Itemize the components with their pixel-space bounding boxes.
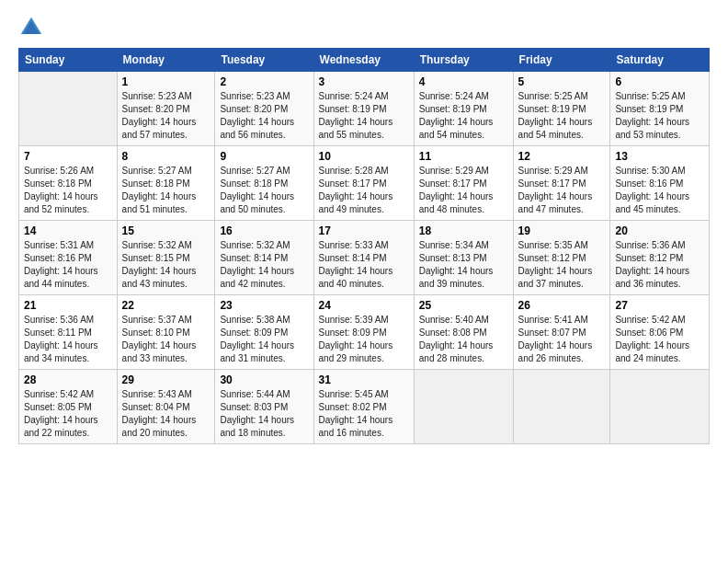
- day-content: Sunrise: 5:30 AM Sunset: 8:16 PM Dayligh…: [615, 165, 704, 216]
- calendar-cell: [513, 370, 610, 444]
- calendar-cell: 10Sunrise: 5:28 AM Sunset: 8:17 PM Dayli…: [313, 146, 414, 221]
- day-content: Sunrise: 5:39 AM Sunset: 8:09 PM Dayligh…: [319, 314, 409, 365]
- day-number: 10: [319, 150, 409, 163]
- calendar-cell: 19Sunrise: 5:35 AM Sunset: 8:12 PM Dayli…: [513, 221, 610, 295]
- header-wednesday: Wednesday: [313, 49, 414, 72]
- day-content: Sunrise: 5:41 AM Sunset: 8:07 PM Dayligh…: [518, 314, 606, 365]
- day-content: Sunrise: 5:24 AM Sunset: 8:19 PM Dayligh…: [319, 90, 409, 142]
- day-number: 13: [615, 150, 704, 163]
- header-sunday: Sunday: [19, 49, 118, 72]
- day-content: Sunrise: 5:24 AM Sunset: 8:19 PM Dayligh…: [419, 90, 508, 142]
- calendar-cell: 25Sunrise: 5:40 AM Sunset: 8:08 PM Dayli…: [414, 295, 513, 370]
- day-number: 24: [319, 299, 409, 312]
- day-number: 3: [319, 75, 409, 88]
- calendar-cell: 15Sunrise: 5:32 AM Sunset: 8:15 PM Dayli…: [117, 221, 215, 295]
- calendar-cell: 5Sunrise: 5:25 AM Sunset: 8:19 PM Daylig…: [513, 72, 610, 146]
- calendar-week-row: 21Sunrise: 5:36 AM Sunset: 8:11 PM Dayli…: [19, 295, 710, 370]
- day-number: 4: [419, 75, 508, 88]
- calendar-cell: [610, 370, 710, 444]
- day-number: 11: [419, 150, 508, 163]
- day-number: 29: [122, 373, 210, 386]
- calendar-cell: 29Sunrise: 5:43 AM Sunset: 8:04 PM Dayli…: [117, 370, 215, 444]
- page-header: [18, 15, 710, 40]
- calendar-cell: [414, 370, 513, 444]
- calendar-cell: 7Sunrise: 5:26 AM Sunset: 8:18 PM Daylig…: [19, 146, 118, 221]
- day-number: 27: [615, 299, 704, 312]
- header-friday: Friday: [513, 49, 610, 72]
- calendar-week-row: 1Sunrise: 5:23 AM Sunset: 8:20 PM Daylig…: [19, 72, 710, 146]
- day-content: Sunrise: 5:23 AM Sunset: 8:20 PM Dayligh…: [220, 90, 308, 142]
- calendar-header-row: SundayMondayTuesdayWednesdayThursdayFrid…: [19, 49, 710, 72]
- calendar-cell: 2Sunrise: 5:23 AM Sunset: 8:20 PM Daylig…: [215, 72, 313, 146]
- header-monday: Monday: [117, 49, 215, 72]
- day-number: 2: [220, 75, 308, 88]
- day-number: 31: [319, 373, 409, 386]
- day-content: Sunrise: 5:31 AM Sunset: 8:16 PM Dayligh…: [24, 239, 112, 291]
- calendar-cell: 6Sunrise: 5:25 AM Sunset: 8:19 PM Daylig…: [610, 72, 710, 146]
- header-thursday: Thursday: [414, 49, 513, 72]
- day-content: Sunrise: 5:25 AM Sunset: 8:19 PM Dayligh…: [615, 90, 704, 142]
- day-number: 14: [24, 224, 112, 237]
- calendar-cell: 9Sunrise: 5:27 AM Sunset: 8:18 PM Daylig…: [215, 146, 313, 221]
- day-number: 20: [615, 224, 704, 237]
- calendar-cell: 31Sunrise: 5:45 AM Sunset: 8:02 PM Dayli…: [313, 370, 414, 444]
- day-content: Sunrise: 5:43 AM Sunset: 8:04 PM Dayligh…: [122, 388, 210, 440]
- calendar-cell: 20Sunrise: 5:36 AM Sunset: 8:12 PM Dayli…: [610, 221, 710, 295]
- calendar-cell: 11Sunrise: 5:29 AM Sunset: 8:17 PM Dayli…: [414, 146, 513, 221]
- day-number: 22: [122, 299, 210, 312]
- day-content: Sunrise: 5:29 AM Sunset: 8:17 PM Dayligh…: [419, 165, 508, 216]
- header-tuesday: Tuesday: [215, 49, 313, 72]
- calendar-cell: 4Sunrise: 5:24 AM Sunset: 8:19 PM Daylig…: [414, 72, 513, 146]
- day-number: 26: [518, 299, 606, 312]
- day-number: 25: [419, 299, 508, 312]
- calendar-week-row: 14Sunrise: 5:31 AM Sunset: 8:16 PM Dayli…: [19, 221, 710, 295]
- calendar-cell: 21Sunrise: 5:36 AM Sunset: 8:11 PM Dayli…: [19, 295, 118, 370]
- calendar-week-row: 7Sunrise: 5:26 AM Sunset: 8:18 PM Daylig…: [19, 146, 710, 221]
- day-number: 15: [122, 224, 210, 237]
- day-content: Sunrise: 5:26 AM Sunset: 8:18 PM Dayligh…: [24, 165, 112, 216]
- calendar-cell: 17Sunrise: 5:33 AM Sunset: 8:14 PM Dayli…: [313, 221, 414, 295]
- calendar-cell: 8Sunrise: 5:27 AM Sunset: 8:18 PM Daylig…: [117, 146, 215, 221]
- day-number: 28: [24, 373, 112, 386]
- day-number: 16: [220, 224, 308, 237]
- day-content: Sunrise: 5:36 AM Sunset: 8:12 PM Dayligh…: [615, 239, 704, 291]
- day-number: 5: [518, 75, 606, 88]
- day-number: 6: [615, 75, 704, 88]
- calendar-cell: 14Sunrise: 5:31 AM Sunset: 8:16 PM Dayli…: [19, 221, 118, 295]
- day-number: 8: [122, 150, 210, 163]
- day-number: 30: [220, 373, 308, 386]
- calendar-cell: 24Sunrise: 5:39 AM Sunset: 8:09 PM Dayli…: [313, 295, 414, 370]
- day-content: Sunrise: 5:28 AM Sunset: 8:17 PM Dayligh…: [319, 165, 409, 216]
- day-number: 7: [24, 150, 112, 163]
- day-content: Sunrise: 5:42 AM Sunset: 8:06 PM Dayligh…: [615, 314, 704, 365]
- day-content: Sunrise: 5:35 AM Sunset: 8:12 PM Dayligh…: [518, 239, 606, 291]
- header-saturday: Saturday: [610, 49, 710, 72]
- calendar-cell: 16Sunrise: 5:32 AM Sunset: 8:14 PM Dayli…: [215, 221, 313, 295]
- day-content: Sunrise: 5:37 AM Sunset: 8:10 PM Dayligh…: [122, 314, 210, 365]
- calendar-cell: 28Sunrise: 5:42 AM Sunset: 8:05 PM Dayli…: [19, 370, 118, 444]
- calendar-cell: 18Sunrise: 5:34 AM Sunset: 8:13 PM Dayli…: [414, 221, 513, 295]
- day-content: Sunrise: 5:34 AM Sunset: 8:13 PM Dayligh…: [419, 239, 508, 291]
- day-content: Sunrise: 5:25 AM Sunset: 8:19 PM Dayligh…: [518, 90, 606, 142]
- calendar-cell: 23Sunrise: 5:38 AM Sunset: 8:09 PM Dayli…: [215, 295, 313, 370]
- logo-icon: [18, 15, 44, 40]
- calendar-cell: 27Sunrise: 5:42 AM Sunset: 8:06 PM Dayli…: [610, 295, 710, 370]
- day-number: 17: [319, 224, 409, 237]
- day-content: Sunrise: 5:44 AM Sunset: 8:03 PM Dayligh…: [220, 388, 308, 440]
- calendar-cell: 30Sunrise: 5:44 AM Sunset: 8:03 PM Dayli…: [215, 370, 313, 444]
- day-content: Sunrise: 5:45 AM Sunset: 8:02 PM Dayligh…: [319, 388, 409, 440]
- calendar-cell: 1Sunrise: 5:23 AM Sunset: 8:20 PM Daylig…: [117, 72, 215, 146]
- day-content: Sunrise: 5:36 AM Sunset: 8:11 PM Dayligh…: [24, 314, 112, 365]
- day-number: 18: [419, 224, 508, 237]
- calendar-cell: 22Sunrise: 5:37 AM Sunset: 8:10 PM Dayli…: [117, 295, 215, 370]
- day-content: Sunrise: 5:38 AM Sunset: 8:09 PM Dayligh…: [220, 314, 308, 365]
- calendar-cell: 26Sunrise: 5:41 AM Sunset: 8:07 PM Dayli…: [513, 295, 610, 370]
- day-content: Sunrise: 5:27 AM Sunset: 8:18 PM Dayligh…: [122, 165, 210, 216]
- day-number: 12: [518, 150, 606, 163]
- calendar-cell: [19, 72, 118, 146]
- day-number: 1: [122, 75, 210, 88]
- calendar-cell: 3Sunrise: 5:24 AM Sunset: 8:19 PM Daylig…: [313, 72, 414, 146]
- day-content: Sunrise: 5:42 AM Sunset: 8:05 PM Dayligh…: [24, 388, 112, 440]
- logo: [18, 18, 48, 40]
- day-content: Sunrise: 5:32 AM Sunset: 8:15 PM Dayligh…: [122, 239, 210, 291]
